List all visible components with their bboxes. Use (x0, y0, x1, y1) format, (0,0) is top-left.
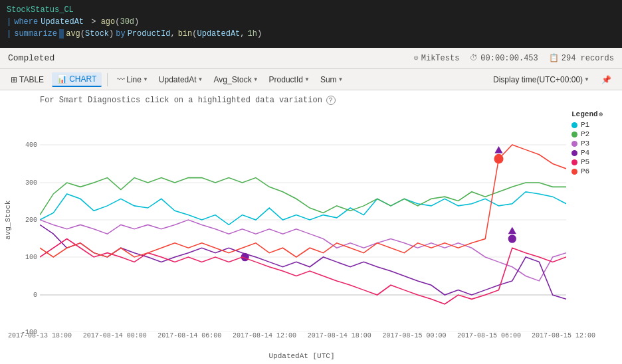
x-label-5: 2017-08-15 00:00 (382, 332, 446, 339)
y-axis-dropdown[interactable]: Avg_Stock ▼ (210, 73, 262, 86)
y-tick-300: 300 (25, 179, 37, 186)
legend-dot-p2 (571, 132, 577, 137)
chevron-down-icon-6: ▼ (584, 76, 589, 82)
line-icon: 〰 (117, 75, 125, 84)
chart-icon: 📊 (57, 74, 67, 84)
chart-container: For Smart Diagnostics click on a highlig… (0, 90, 622, 364)
duration-value: 00:00:00.453 (480, 54, 538, 63)
chevron-down-icon-4: ▼ (304, 76, 310, 82)
legend-label-p5: P5 (581, 158, 589, 166)
query-col-updatedat-1: UpdatedAt (41, 16, 84, 28)
x-label-0: 2017-08-13 18:00 (8, 332, 72, 339)
pin-button[interactable]: 📌 (596, 73, 617, 86)
clock-icon: ⏱ (470, 53, 478, 63)
aggregation-dropdown[interactable]: Sum ▼ (316, 73, 348, 86)
x-label-7: 2017-08-15 12:00 (532, 332, 595, 339)
legend-item-p5: P5 (571, 158, 614, 166)
legend-title: Legend ⊙ (571, 110, 614, 118)
query-keyword-summarize: summarize (14, 28, 57, 40)
legend-dot-p5 (571, 159, 577, 165)
chart-view-button[interactable]: 📊 CHART (52, 72, 102, 87)
query-pipe-2: | (7, 28, 11, 40)
legend-label-p4: P4 (581, 149, 589, 157)
chart-label: CHART (69, 74, 96, 84)
y-tick-400: 400 (25, 141, 37, 149)
y-axis-title: avg_Stock (0, 108, 16, 332)
status-duration: ⏱ 00:00:00.453 (470, 53, 538, 63)
chevron-down-icon-3: ▼ (253, 76, 259, 82)
x-axis-area: 2017-08-13 18:00 2017-08-14 00:00 2017-0… (0, 332, 619, 352)
status-completed-label: Completed (8, 53, 54, 63)
legend-item-p1: P1 (571, 121, 614, 129)
pin-icon: 📌 (601, 75, 611, 84)
x-label-6: 2017-08-15 06:00 (457, 332, 521, 339)
chart-inner (40, 108, 566, 332)
chart-body: avg_Stock 400 300 200 100 0 -100 (0, 108, 619, 332)
display-time-label: Display time(UTC+00:00) (493, 75, 583, 84)
table-label: TABLE (19, 75, 44, 84)
legend-label-p3: P3 (581, 139, 589, 147)
chart-hint: For Smart Diagnostics click on a highlig… (0, 96, 619, 108)
y-axis-ticks: 400 300 200 100 0 -100 (16, 108, 40, 332)
query-func-bin: bin (178, 28, 193, 40)
legend-dot-p3 (571, 141, 577, 147)
p6-triangle (494, 146, 502, 153)
y-tick-0: 0 (33, 291, 37, 298)
query-func-ago: ago (101, 16, 116, 28)
workspace-icon: ⊙ (414, 53, 419, 63)
legend-label-p6: P6 (581, 167, 589, 175)
y-tick-100: 100 (25, 254, 37, 261)
query-col-updatedat-2: UpdatedAt (197, 28, 240, 40)
legend-label-p1: P1 (581, 121, 589, 129)
x-label-2: 2017-08-14 06:00 (157, 332, 221, 339)
x-axis-label: UpdatedAt (159, 75, 197, 84)
line-type-dropdown[interactable]: 〰 Line ▼ (113, 73, 152, 86)
legend-item-p3: P3 (571, 139, 614, 147)
status-records: 📋 294 records (549, 53, 614, 63)
query-func-avg: avg (66, 28, 80, 40)
chevron-down-icon-5: ▼ (338, 76, 344, 82)
query-pipe-1: | (7, 16, 11, 28)
x-axis-dropdown[interactable]: UpdatedAt ▼ (155, 73, 207, 86)
x-axis-title: UpdatedAt [UTC] (0, 352, 619, 361)
hint-text: For Smart Diagnostics click on a highlig… (40, 96, 322, 105)
query-col-stock: Stock (85, 28, 109, 40)
toolbar: ⊞ TABLE 📊 CHART 〰 Line ▼ UpdatedAt ▼ Avg… (0, 69, 622, 90)
y-tick-200: 200 (25, 217, 37, 224)
query-num-1h: 1h (248, 28, 257, 40)
legend-dot-p1 (571, 122, 577, 128)
y-axis-label: Avg_Stock (214, 75, 252, 84)
p6-marker (494, 154, 503, 164)
query-line-2: | where UpdatedAt > ago (30d) (7, 16, 615, 28)
query-editor[interactable]: StockStatus_CL | where UpdatedAt > ago (… (0, 0, 622, 48)
x-axis-labels: 2017-08-13 18:00 2017-08-14 00:00 2017-0… (40, 332, 564, 352)
aggregation-label: Sum (320, 75, 337, 84)
hint-question-icon[interactable]: ? (326, 96, 336, 105)
chevron-down-icon-2: ▼ (198, 76, 203, 82)
p4-triangle (508, 227, 516, 234)
legend-label-p2: P2 (581, 130, 589, 138)
legend-settings-icon[interactable]: ⊙ (599, 111, 603, 118)
query-col-productid: ProductId (128, 28, 171, 40)
query-table-name: StockStatus_CL (7, 4, 74, 16)
series-dropdown[interactable]: ProductId ▼ (265, 73, 314, 86)
chart-svg (40, 108, 566, 332)
status-bar: Completed ⊙ MikTests ⏱ 00:00:00.453 📋 29… (0, 48, 622, 69)
p4-marker-2 (508, 234, 516, 243)
legend-item-p4: P4 (571, 149, 614, 157)
legend-item-p6: P6 (571, 167, 614, 175)
series-label: ProductId (269, 75, 303, 84)
workspace-name: MikTests (421, 54, 460, 63)
records-icon: 📋 (549, 53, 559, 63)
x-label-3: 2017-08-14 12:00 (233, 332, 296, 339)
display-time-dropdown[interactable]: Display time(UTC+00:00) ▼ (489, 73, 593, 86)
query-line-3: | summarize avg ( Stock ) by ProductId ,… (7, 28, 615, 40)
legend-dot-p6 (571, 169, 577, 175)
legend-dot-p4 (571, 150, 577, 156)
line-label: Line (126, 75, 142, 84)
legend-panel: Legend ⊙ P1 P2 P3 P4 P5 (566, 108, 619, 332)
status-workspace: ⊙ MikTests (414, 53, 460, 63)
table-icon: ⊞ (11, 75, 17, 84)
legend-item-p2: P2 (571, 130, 614, 138)
table-view-button[interactable]: ⊞ TABLE (5, 73, 49, 86)
